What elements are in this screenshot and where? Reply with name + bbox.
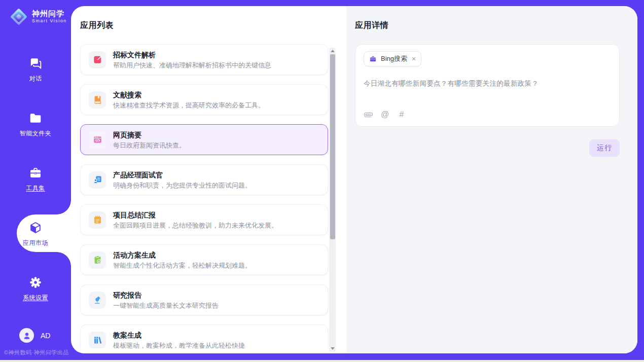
sidebar-item-label: 智能文件夹 [20,129,52,138]
app-list-title: 应用列表 [80,20,346,31]
app-icon-container [89,292,106,309]
close-icon[interactable]: × [412,55,416,62]
sidebar-item-label: 应用市场 [23,239,48,247]
app-icon-container [89,332,106,349]
brand-logo: 神州问学 Smart Vision [0,0,71,25]
app-icon-container [89,211,106,229]
app-detail-panel: 应用详情 Bing搜索 × 今日湖北有哪些新闻要点？有哪些需要关注的最新政策？ … [346,6,637,353]
app-card-title: 网页摘要 [113,131,186,138]
sidebar-item-label: 对话 [29,75,42,83]
sidebar-item-label: 工具集 [26,184,45,193]
app-card-description: 模板驱动，教案秒成，教学准备从此轻松快捷 [113,342,245,349]
book-icon [93,95,102,104]
tool-chip-label: Bing搜索 [381,54,407,63]
user-account[interactable]: AD [19,328,50,343]
report-notes-icon [93,215,102,225]
sidebar-item-label: 系统设置 [23,294,48,302]
app-card-description: 全面回顾项目进展，总结经验教训，助力未来优化发展。 [113,222,278,229]
app-card[interactable]: 产品经理面试官明确身份和职责，为您提供专业性的面试问题。 [80,164,328,195]
composer-card: Bing搜索 × 今日湖北有哪些新闻要点？有哪些需要关注的最新政策？ @# [355,44,620,127]
app-icon-container [89,251,106,269]
sidebar-item-4[interactable]: 应用市场 [0,221,71,247]
main-content: 应用列表 招标文件解析帮助用户快速、准确地理解和解析招标书中的关键信息文献搜索快… [71,6,637,353]
composer-toolbar: @# [364,110,611,119]
diamond-logo-icon [10,8,27,25]
app-icon-container [89,91,106,108]
app-card[interactable]: 教案生成模板驱动，教案秒成，教学准备从此轻松快捷 [80,324,328,348]
interviewer-icon [93,175,102,185]
tool-chip-bing[interactable]: Bing搜索 × [364,51,421,66]
app-card-title: 项目总结汇报 [113,211,278,219]
scrollbar-thumb[interactable] [330,54,335,239]
app-card[interactable]: 文献搜索快速精准查找学术资源，提高研究效率的必备工具。 [80,84,328,115]
app-card[interactable]: 研究报告一键智能生成高质量长文本研究报告 [80,284,328,315]
paperclip-icon[interactable] [364,110,373,119]
app-card[interactable]: 招标文件解析帮助用户快速、准确地理解和解析招标书中的关键信息 [80,44,328,75]
app-card-title: 招标文件解析 [113,51,271,58]
hash-icon[interactable]: # [397,110,406,119]
edit-document-icon [93,55,102,64]
folder-icon [29,112,42,125]
app-card-description: 每日政府新闻资讯快查。 [113,142,186,149]
app-card[interactable]: 活动方案生成智能生成个性化活动方案，轻松解决规划难题。 [80,244,328,275]
browser-code-icon [93,135,102,144]
app-card[interactable]: 项目总结汇报全面回顾项目进展，总结经验教训，助力未来优化发展。 [80,204,328,235]
app-card-title: 产品经理面试官 [113,171,252,178]
brand-subtitle: Smart Vision [32,19,67,24]
briefcase-icon [369,55,377,63]
at-icon[interactable]: @ [380,110,389,119]
toolbox-icon [29,166,42,179]
app-card-description: 快速精准查找学术资源，提高研究效率的必备工具。 [113,102,265,108]
sidebar-nav: 对话智能文件夹工具集应用市场系统设置 [0,57,71,331]
app-card-description: 帮助用户快速、准确地理解和解析招标书中的关键信息 [113,62,271,68]
app-list-panel: 应用列表 招标文件解析帮助用户快速、准确地理解和解析招标书中的关键信息文献搜索快… [71,6,346,353]
app-card-description: 一键智能生成高质量长文本研究报告 [113,302,219,309]
scroll-up-icon[interactable] [329,48,336,54]
sidebar-item-5[interactable]: 系统设置 [0,276,71,302]
app-card-title: 活动方案生成 [113,251,252,259]
research-icon [93,295,102,305]
app-card-title: 文献搜索 [113,91,265,98]
app-card-description: 明确身份和职责，为您提供专业性的面试问题。 [113,182,252,189]
app-icon-container [89,131,106,149]
avatar [19,328,34,343]
sidebar-item-2[interactable]: 智能文件夹 [0,112,71,138]
cube-icon [29,221,42,234]
app-list: 招标文件解析帮助用户快速、准确地理解和解析招标书中的关键信息文献搜索快速精准查找… [80,44,346,348]
app-card-description: 智能生成个性化活动方案，轻松解决规划难题。 [113,262,252,269]
run-button[interactable]: 运行 [589,139,620,157]
app-card-title: 研究报告 [113,292,219,299]
sidebar-item-3[interactable]: 工具集 [0,166,71,193]
copyright-footer: ©神州数码·神州问学出品 [4,349,69,356]
sidebar-item-1[interactable]: 对话 [0,57,71,83]
sidebar: 神州问学 Smart Vision 对话智能文件夹工具集应用市场系统设置 AD … [0,0,71,360]
app-icon-container [89,51,106,68]
books-icon [93,335,102,345]
app-icon-container [89,171,106,189]
clipboard-check-icon [93,255,102,265]
query-input[interactable]: 今日湖北有哪些新闻要点？有哪些需要关注的最新政策？ [364,79,611,88]
scrollbar[interactable] [329,48,336,352]
brand-name: 神州问学 [32,10,67,18]
chat-icon [29,57,42,70]
user-initials: AD [41,332,50,340]
user-icon [22,331,31,340]
app-detail-title: 应用详情 [355,20,620,31]
bottom-edge-strip [0,360,644,362]
gear-icon [29,276,42,289]
scroll-down-icon[interactable] [329,345,336,352]
app-card[interactable]: 网页摘要每日政府新闻资讯快查。 [80,124,328,155]
app-card-title: 教案生成 [113,332,245,339]
